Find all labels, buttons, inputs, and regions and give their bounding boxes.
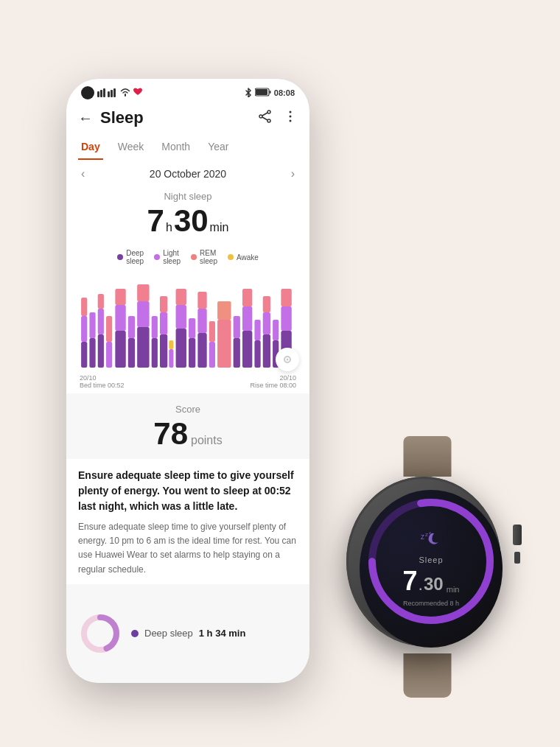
svg-rect-48 <box>197 333 206 368</box>
score-section: Score 78 points <box>66 393 309 459</box>
wifi-icon <box>120 88 130 98</box>
deep-sleep-dot <box>131 630 139 637</box>
svg-rect-1 <box>100 90 102 97</box>
more-icon[interactable] <box>283 109 298 127</box>
prev-date-button[interactable]: ‹ <box>81 167 85 180</box>
svg-rect-34 <box>137 301 149 327</box>
watch-sleep-label: Sleep <box>419 555 443 564</box>
svg-rect-25 <box>98 294 104 309</box>
svg-rect-47 <box>189 318 195 338</box>
next-date-button[interactable]: › <box>291 167 295 180</box>
svg-rect-62 <box>263 334 270 368</box>
svg-rect-69 <box>281 289 291 306</box>
deep-sleep-info: Deep sleep 1 h 34 min <box>131 628 245 639</box>
chart-svg <box>78 276 298 371</box>
smartwatch: z z z Sleep 7 . <box>339 469 516 661</box>
svg-rect-38 <box>160 334 167 368</box>
svg-rect-22 <box>89 312 95 338</box>
watch-minutes: 30 <box>424 574 444 595</box>
light-label: Lightsleep <box>163 249 181 265</box>
tab-year[interactable]: Year <box>205 136 231 160</box>
start-date: 20/10 <box>80 374 97 382</box>
svg-rect-68 <box>281 306 291 331</box>
moon-icon: z z z <box>421 530 441 553</box>
battery-icon <box>255 88 271 98</box>
svg-rect-5 <box>113 88 116 97</box>
watch-decimal: . <box>419 580 422 593</box>
signal-icons <box>97 87 143 99</box>
deep-dot <box>117 254 123 260</box>
bed-time: Bed time 00:52 <box>80 382 125 389</box>
sleep-legend: Deepsleep Lightsleep REMsleep Awake <box>66 246 309 268</box>
tab-day[interactable]: Day <box>78 136 103 160</box>
tab-week[interactable]: Week <box>115 136 147 160</box>
status-left <box>81 86 143 99</box>
svg-rect-43 <box>176 329 186 368</box>
rise-time: Rise time 08:00 <box>250 382 296 389</box>
awake-dot <box>228 254 234 260</box>
minutes-unit: min <box>210 221 229 234</box>
watch-min-unit: min <box>447 585 460 594</box>
deep-sleep-label: Deep sleep <box>144 628 193 639</box>
chart-label-end: 20/10 Rise time 08:00 <box>250 374 296 389</box>
watch-recommended: Recommended 8 h <box>403 600 459 607</box>
chart-label-start: 20/10 Bed time 00:52 <box>80 374 125 389</box>
svg-rect-37 <box>152 316 158 338</box>
svg-point-10 <box>259 115 262 118</box>
svg-rect-4 <box>111 90 113 97</box>
deep-sleep-duration: 1 h 34 min <box>199 628 246 639</box>
page-title: Sleep <box>100 108 258 127</box>
svg-rect-50 <box>197 292 206 309</box>
date-navigator: ‹ 20 October 2020 › <box>66 160 309 188</box>
chart-labels: 20/10 Bed time 00:52 20/10 Rise time 08:… <box>78 371 298 389</box>
score-label: Score <box>81 404 295 415</box>
svg-point-15 <box>290 115 292 117</box>
svg-text:z: z <box>421 533 424 541</box>
watch-screen: z z z Sleep 7 . <box>360 490 503 648</box>
svg-rect-51 <box>209 342 215 368</box>
svg-rect-52 <box>209 321 215 342</box>
svg-rect-39 <box>160 312 167 334</box>
scroll-indicator[interactable] <box>276 348 299 371</box>
svg-line-13 <box>262 117 267 120</box>
sleep-hours: 7 <box>147 203 164 239</box>
legend-deep: Deepsleep <box>117 249 144 265</box>
current-date: 20 October 2020 <box>150 168 226 180</box>
watch-content: z z z Sleep 7 . <box>403 530 460 607</box>
signal-icon <box>97 87 118 99</box>
svg-rect-0 <box>97 91 99 97</box>
score-display: 78 points <box>81 416 295 452</box>
svg-rect-20 <box>81 298 87 316</box>
svg-rect-49 <box>197 309 206 333</box>
svg-rect-45 <box>176 289 186 305</box>
tab-month[interactable]: Month <box>158 136 193 160</box>
header-actions <box>258 109 298 127</box>
svg-line-12 <box>262 113 267 116</box>
svg-rect-18 <box>81 342 87 368</box>
phone-screen: 08:08 ← Sleep <box>66 79 309 683</box>
score-number: 78 <box>153 416 188 452</box>
back-button[interactable]: ← <box>78 110 93 127</box>
watch-case: z z z Sleep 7 . <box>346 477 501 646</box>
svg-rect-7 <box>256 89 267 95</box>
svg-point-16 <box>290 119 292 122</box>
sleep-summary: Night sleep 7 h 30 min <box>66 188 309 246</box>
svg-rect-46 <box>189 338 195 368</box>
legend-rem: REMsleep <box>191 249 217 265</box>
status-right: 08:08 <box>245 87 295 99</box>
watch-time-display: 7 . 30 min <box>403 566 460 597</box>
watch-hours: 7 <box>403 566 418 597</box>
deep-label: Deepsleep <box>126 249 144 265</box>
svg-rect-61 <box>254 320 260 340</box>
svg-rect-54 <box>217 301 231 320</box>
camera <box>81 86 94 99</box>
rem-label: REMsleep <box>200 249 217 265</box>
score-unit: points <box>191 434 223 447</box>
svg-rect-33 <box>137 327 149 368</box>
share-icon[interactable] <box>258 109 273 127</box>
svg-text:z: z <box>425 531 428 538</box>
svg-rect-32 <box>128 316 135 338</box>
svg-rect-41 <box>169 349 173 368</box>
svg-point-11 <box>267 119 270 122</box>
svg-rect-26 <box>106 342 112 368</box>
